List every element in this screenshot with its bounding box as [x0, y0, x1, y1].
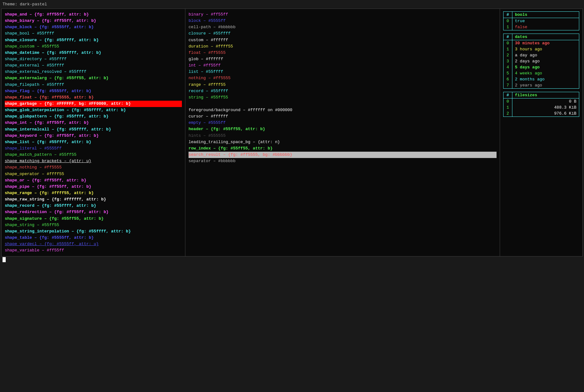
row-index: 2 — [504, 111, 512, 117]
row-index: 4 — [504, 64, 512, 70]
list-item: row_index – {fg: #55ff55, attr: b} — [189, 145, 497, 152]
list-item: shape_redirection – {fg: #ff55ff, attr: … — [5, 209, 182, 215]
row-index: 1 — [504, 24, 512, 30]
list-item: shape_int – {fg: #ff55ff, attr: b} — [5, 120, 182, 126]
list-item: shape_signature – {fg: #55ff55, attr: b} — [5, 216, 182, 222]
filesizes-value-header: filesizes — [512, 92, 579, 98]
row-index: 0 — [504, 98, 512, 105]
list-item: shape_external – #55ffff — [5, 62, 182, 69]
theme-label: Theme: dark-pastel — [1, 1, 583, 9]
list-item: shape_externalarg – {fg: #55ff55, attr: … — [5, 75, 182, 81]
dates-table: # dates 0 30 minutes ago 1 3 hours ago 2… — [503, 34, 579, 89]
list-item: list – #55ffff — [189, 69, 497, 75]
list-item: shape_bool – #55ffff — [5, 30, 182, 37]
table-row: 0 30 minutes ago — [504, 40, 579, 47]
list-item: closure – #55ffff — [189, 30, 497, 37]
list-item: shape_internalcall – {fg: #55ffff, attr:… — [5, 126, 182, 133]
row-index: 7 — [504, 82, 512, 89]
row-index: 0 — [504, 18, 512, 24]
list-item: glob – #ffffff — [189, 56, 497, 62]
list-item: shape_list – {fg: #55ffff, attr: b} — [5, 139, 182, 145]
tables-column: # bools 0 true 1 false # dates — [500, 9, 582, 256]
list-item: shape_and – {fg: #ff55ff, attr: b} — [5, 11, 182, 18]
list-item: shape_raw_string – {fg: #ffffff, attr: b… — [5, 196, 182, 203]
list-item: shape_block – {fg: #5555ff, attr: b} — [5, 24, 182, 30]
list-item: empty – #5555ff — [189, 120, 497, 126]
list-item: duration – #ffff55 — [189, 43, 497, 50]
list-item: shape_flag – {fg: #5555ff, attr: b} — [5, 88, 182, 94]
list-item: foreground/background – #ffffff on #0000… — [189, 107, 497, 113]
row-value: 2 months ago — [512, 76, 579, 82]
list-item: shape_matching_brackets – {attr: u} — [5, 158, 182, 164]
list-item: custom – #ffffff — [189, 37, 497, 43]
list-item: range – #ffff55 — [189, 82, 497, 88]
list-item: separator – #bbbbbb — [189, 158, 497, 164]
row-value: 2 days ago — [512, 58, 579, 64]
list-item: shape_operator – #ffff55 — [5, 171, 182, 177]
list-item: shape_pipe – {fg: #ff55ff, attr: b} — [5, 184, 182, 190]
row-value: 0 B — [512, 98, 579, 105]
row-value: 5 days ago — [512, 64, 579, 70]
table-row: 1 3 hours ago — [504, 46, 579, 52]
list-item: shape_datetime – {fg: #55ffff, attr: b} — [5, 50, 182, 56]
table-row: 0 0 B — [504, 98, 579, 105]
table-row: 5 4 weeks ago — [504, 70, 579, 76]
table-row: 0 true — [504, 18, 579, 24]
bools-table: # bools 0 true 1 false — [503, 11, 579, 30]
table-row: 4 5 days ago — [504, 64, 579, 70]
filesizes-hash-header: # — [504, 92, 512, 98]
list-item: shape_string_interpolation – {fg: #55fff… — [5, 228, 182, 235]
row-index: 5 — [504, 70, 512, 76]
list-item: shape_binary – {fg: #ff55ff, attr: b} — [5, 18, 182, 24]
bools-value-header: bools — [512, 12, 579, 18]
table-row: 2 a day ago — [504, 52, 579, 58]
list-item: cell-path – #bbbbbb — [189, 24, 497, 30]
row-index: 2 — [504, 52, 512, 58]
list-item: int – #ff55ff — [189, 62, 497, 69]
row-index: 1 — [504, 46, 512, 52]
list-item: record – #55ffff — [189, 88, 497, 94]
main-container: shape_and – {fg: #ff55ff, attr: b} shape… — [1, 9, 583, 256]
row-index: 6 — [504, 76, 512, 82]
list-item: block – #5555ff — [189, 18, 497, 24]
list-item: nothing – #ff5555 — [189, 75, 497, 81]
dates-value-header: dates — [512, 34, 579, 40]
list-item: shape_vardecl – {fg: #5555ff, attr: u} — [5, 241, 182, 247]
row-value: 3 hours ago — [512, 46, 579, 52]
list-item: shape_keyword – {fg: #ff55ff, attr: b} — [5, 133, 182, 139]
row-index: 3 — [504, 58, 512, 64]
list-item: shape_match_pattern – #55ff55 — [5, 152, 182, 158]
list-item: shape_string – #55ff55 — [5, 222, 182, 228]
row-value: 4 weeks ago — [512, 70, 579, 76]
list-item: shape_variable – #ff55ff — [5, 247, 182, 254]
table-row: 1 false — [504, 24, 579, 30]
table-row: 3 2 days ago — [504, 58, 579, 64]
list-item: cursor – #ffffff — [189, 113, 497, 120]
list-item: leading_trailing_space_bg – {attr: n} — [189, 139, 497, 145]
list-item-garbage: shape_garbage – {fg: #FFFFFF, bg: #FF000… — [5, 101, 182, 107]
list-item: shape_globpattern – {fg: #55ffff, attr: … — [5, 113, 182, 120]
list-item-search: search_result – {fg: #ff5555, bg: #bbbbb… — [189, 152, 497, 158]
list-item: header – {fg: #55ff55, attr: b} — [189, 126, 497, 132]
list-item: shape_or – {fg: #ff55ff, attr: b} — [5, 177, 182, 184]
table-row: 1 488.3 KiB — [504, 104, 579, 111]
bools-hash-header: # — [504, 12, 512, 18]
row-index: 1 — [504, 104, 512, 111]
list-item: float – #ff5555 — [189, 50, 497, 56]
row-value: a day ago — [512, 52, 579, 58]
table-row: 7 2 years ago — [504, 82, 579, 89]
list-item: hints – #555555 — [189, 133, 497, 139]
row-value: 488.3 KiB — [512, 104, 579, 111]
filesizes-table: # filesizes 0 0 B 1 488.3 KiB 2 976.6 Ki… — [503, 92, 579, 117]
list-item: shape_range – {fg: #ffff55, attr: b} — [5, 190, 182, 196]
list-item: shape_table – {fg: #5555ff, attr: b} — [5, 235, 182, 241]
list-item: shape_nothing – #ff5555 — [5, 164, 182, 171]
list-item: shape_literal – #5555ff — [5, 145, 182, 152]
list-item: shape_directory – #55ffff — [5, 56, 182, 62]
list-item: shape_external_resolved – #55ffff — [5, 69, 182, 75]
list-item: shape_glob_interpolation – {fg: #55ffff,… — [5, 107, 182, 113]
list-item: shape_custom – #55ff55 — [5, 43, 182, 50]
list-item: shape_float – {fg: #ff5555, attr: b} — [5, 94, 182, 101]
list-item: shape_closure – {fg: #55ffff, attr: b} — [5, 37, 182, 43]
list-item: shape_filepath – #55ffff — [5, 82, 182, 88]
